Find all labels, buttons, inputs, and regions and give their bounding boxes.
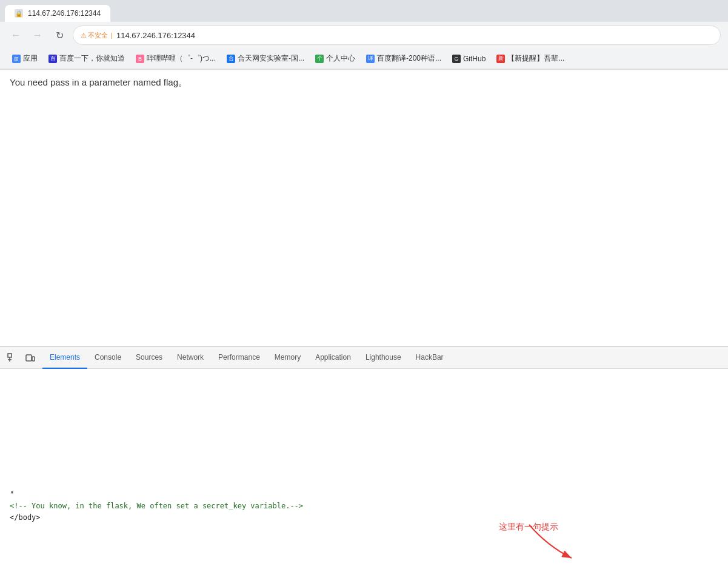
apps-icon: ⊞: [12, 55, 21, 63]
geren-icon: 个: [315, 55, 324, 63]
bilibili-icon: B: [136, 55, 144, 63]
bookmark-xintiji-label: 【新提醒】吾辈...: [507, 53, 564, 64]
fanyi-icon: 译: [366, 55, 375, 63]
empty-line-5: [10, 420, 718, 431]
xintiji-icon: 新: [496, 55, 505, 63]
tab-sources-label: Sources: [136, 353, 162, 362]
url-port: 12344: [173, 31, 195, 40]
bookmarks-bar: ⊞ 应用 百 百度一下，你就知道 B 哔哩哔哩（゜-゜)つ... 合 合天网安实…: [0, 49, 728, 69]
empty-line-2: [10, 385, 718, 397]
page-message: You need pass in a parameter named flag。: [10, 77, 718, 89]
back-button[interactable]: ←: [7, 27, 24, 44]
annotation: 这里有一句提示: [499, 522, 558, 535]
tab-application-label: Application: [315, 353, 351, 362]
bookmark-fanyi[interactable]: 译 百度翻译-200种语...: [361, 52, 446, 66]
quote-line: ": [10, 489, 718, 500]
bookmark-hetian-label: 合天网安实验室-国...: [238, 53, 304, 64]
bookmark-hetian[interactable]: 合 合天网安实验室-国...: [222, 52, 309, 66]
bookmark-baidu-label: 百度一下，你就知道: [59, 53, 125, 64]
svg-rect-0: [8, 354, 12, 357]
devtools-content: " <!-- You know, in the flask, We often …: [0, 369, 728, 569]
bookmark-bilibili[interactable]: B 哔哩哔哩（゜-゜)つ...: [131, 52, 221, 66]
bookmark-apps[interactable]: ⊞ 应用: [7, 52, 42, 66]
bookmark-xintiji[interactable]: 新 【新提醒】吾辈...: [492, 52, 569, 66]
bookmark-geren-label: 个人中心: [326, 53, 355, 64]
svg-rect-3: [26, 355, 32, 361]
tab-hackbar[interactable]: HackBar: [409, 347, 451, 369]
tab-application[interactable]: Application: [308, 347, 358, 369]
tab-memory[interactable]: Memory: [267, 347, 308, 369]
tab-lighthouse[interactable]: Lighthouse: [358, 347, 409, 369]
tab-performance-label: Performance: [218, 353, 260, 362]
tab-network-label: Network: [177, 353, 204, 362]
device-toolbar-icon[interactable]: [23, 351, 38, 365]
svg-rect-4: [32, 357, 35, 361]
forward-button[interactable]: →: [29, 27, 46, 44]
devtools-panel: Elements Console Sources Network Perform…: [0, 347, 728, 569]
tab-network[interactable]: Network: [170, 347, 211, 369]
tab-hackbar-label: HackBar: [416, 353, 444, 362]
reload-button[interactable]: ↻: [51, 27, 68, 44]
address-text: 114.67.246.176:12344: [116, 31, 195, 40]
bookmark-bilibili-label: 哔哩哔哩（゜-゜)つ...: [147, 53, 216, 64]
tab-elements-label: Elements: [50, 353, 80, 362]
bookmark-apps-label: 应用: [23, 53, 38, 64]
security-label: 不安全: [88, 31, 108, 40]
tab-bar: 🔒 114.67.246.176:12344: [0, 0, 728, 22]
bookmark-fanyi-label: 百度翻译-200种语...: [377, 53, 441, 64]
bookmark-github[interactable]: G GitHub: [447, 53, 490, 65]
bookmark-github-label: GitHub: [463, 55, 486, 63]
bookmark-baidu[interactable]: 百 百度一下，你就知道: [44, 52, 130, 66]
tab-lighthouse-label: Lighthouse: [366, 353, 401, 362]
url-prefix: 114.67.246.176:: [116, 31, 173, 40]
browser-chrome: 🔒 114.67.246.176:12344 ← → ↻ ⚠ 不安全 | 114…: [0, 0, 728, 70]
annotation-arrow: [499, 522, 596, 564]
empty-line-3: [10, 397, 718, 408]
empty-line-4: [10, 408, 718, 420]
github-icon: G: [452, 55, 461, 63]
security-icon: ⚠ 不安全 |: [81, 31, 113, 40]
devtools-icons: [5, 351, 38, 365]
tab-console-label: Console: [95, 353, 121, 362]
page-content: You need pass in a parameter named flag。: [0, 70, 728, 347]
tab-title: 114.67.246.176:12344: [28, 9, 101, 18]
bookmark-geren[interactable]: 个 个人中心: [310, 52, 360, 66]
empty-line-8: [10, 454, 718, 466]
empty-line-10: [10, 477, 718, 489]
browser-tab[interactable]: 🔒 114.67.246.176:12344: [5, 5, 110, 22]
body-close-line: </body>: [10, 512, 718, 524]
hetian-icon: 合: [227, 55, 235, 63]
devtools-tabbar: Elements Console Sources Network Perform…: [0, 347, 728, 369]
tab-console[interactable]: Console: [87, 347, 129, 369]
tab-sources[interactable]: Sources: [129, 347, 170, 369]
baidu-icon: 百: [48, 55, 57, 63]
element-selector-icon[interactable]: [5, 351, 19, 365]
tab-elements[interactable]: Elements: [42, 347, 87, 369]
address-bar[interactable]: ⚠ 不安全 | 114.67.246.176:12344: [73, 25, 721, 45]
empty-line-7: [10, 443, 718, 454]
comment-line: <!-- You know, in the flask, We often se…: [10, 500, 718, 512]
nav-bar: ← → ↻ ⚠ 不安全 | 114.67.246.176:12344: [0, 22, 728, 49]
empty-line-1: [10, 374, 718, 385]
tab-favicon: 🔒: [15, 9, 23, 18]
tab-performance[interactable]: Performance: [211, 347, 267, 369]
empty-line-9: [10, 466, 718, 477]
empty-line-6: [10, 431, 718, 443]
tab-memory-label: Memory: [275, 353, 301, 362]
